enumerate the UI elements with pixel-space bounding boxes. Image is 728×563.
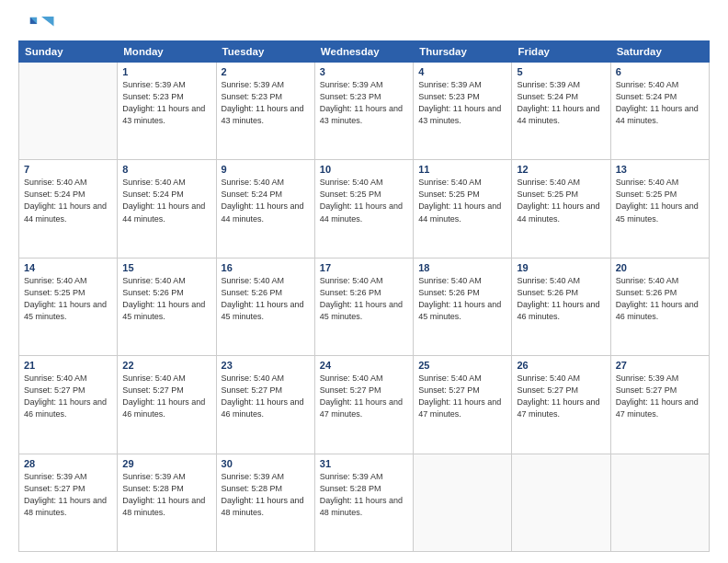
- day-info: Sunrise: 5:40 AM Sunset: 5:27 PM Dayligh…: [24, 373, 112, 420]
- calendar-cell: 13Sunrise: 5:40 AM Sunset: 5:25 PM Dayli…: [610, 160, 709, 258]
- day-number: 6: [616, 66, 704, 77]
- day-number: 23: [222, 360, 310, 371]
- day-number: 12: [517, 164, 605, 175]
- day-info: Sunrise: 5:40 AM Sunset: 5:26 PM Dayligh…: [222, 275, 310, 323]
- calendar-week-2: 7Sunrise: 5:40 AM Sunset: 5:24 PM Daylig…: [19, 160, 710, 258]
- col-header-saturday: Saturday: [610, 41, 709, 63]
- day-info: Sunrise: 5:40 AM Sunset: 5:25 PM Dayligh…: [616, 177, 704, 224]
- day-info: Sunrise: 5:40 AM Sunset: 5:26 PM Dayligh…: [517, 275, 605, 323]
- day-info: Sunrise: 5:39 AM Sunset: 5:28 PM Dayligh…: [222, 471, 310, 519]
- col-header-thursday: Thursday: [414, 41, 512, 63]
- day-info: Sunrise: 5:40 AM Sunset: 5:25 PM Dayligh…: [320, 177, 408, 224]
- day-number: 16: [222, 262, 310, 273]
- day-number: 18: [418, 262, 506, 273]
- page: SundayMondayTuesdayWednesdayThursdayFrid…: [0, 0, 728, 563]
- day-number: 24: [320, 360, 408, 371]
- day-number: 19: [517, 262, 605, 273]
- day-number: 20: [616, 262, 704, 273]
- day-info: Sunrise: 5:40 AM Sunset: 5:24 PM Dayligh…: [222, 177, 310, 224]
- calendar-cell: 27Sunrise: 5:39 AM Sunset: 5:27 PM Dayli…: [610, 356, 709, 454]
- calendar-cell: 6Sunrise: 5:40 AM Sunset: 5:24 PM Daylig…: [610, 63, 709, 160]
- calendar-cell: 26Sunrise: 5:40 AM Sunset: 5:27 PM Dayli…: [512, 356, 610, 454]
- calendar-cell: 12Sunrise: 5:40 AM Sunset: 5:25 PM Dayli…: [512, 160, 610, 258]
- calendar-cell: 21Sunrise: 5:40 AM Sunset: 5:27 PM Dayli…: [19, 356, 118, 454]
- day-number: 21: [24, 360, 112, 371]
- calendar-header-row: SundayMondayTuesdayWednesdayThursdayFrid…: [19, 41, 710, 63]
- day-number: 13: [616, 164, 704, 175]
- calendar-week-4: 21Sunrise: 5:40 AM Sunset: 5:27 PM Dayli…: [19, 356, 710, 454]
- calendar-cell: 8Sunrise: 5:40 AM Sunset: 5:24 PM Daylig…: [118, 160, 216, 258]
- calendar-cell: [512, 454, 610, 551]
- day-info: Sunrise: 5:39 AM Sunset: 5:28 PM Dayligh…: [320, 471, 408, 519]
- calendar-cell: 17Sunrise: 5:40 AM Sunset: 5:26 PM Dayli…: [314, 258, 413, 355]
- calendar-cell: 23Sunrise: 5:40 AM Sunset: 5:27 PM Dayli…: [216, 356, 314, 454]
- day-info: Sunrise: 5:39 AM Sunset: 5:23 PM Dayligh…: [418, 79, 506, 127]
- calendar-cell: 11Sunrise: 5:40 AM Sunset: 5:25 PM Dayli…: [414, 160, 512, 258]
- day-number: 7: [24, 164, 112, 175]
- calendar-cell: 1Sunrise: 5:39 AM Sunset: 5:23 PM Daylig…: [118, 63, 216, 160]
- day-info: Sunrise: 5:39 AM Sunset: 5:23 PM Dayligh…: [122, 79, 210, 127]
- day-number: 1: [122, 66, 210, 77]
- day-info: Sunrise: 5:40 AM Sunset: 5:26 PM Dayligh…: [418, 275, 506, 323]
- day-info: Sunrise: 5:39 AM Sunset: 5:27 PM Dayligh…: [616, 373, 704, 420]
- day-info: Sunrise: 5:40 AM Sunset: 5:26 PM Dayligh…: [616, 275, 704, 323]
- calendar-cell: 28Sunrise: 5:39 AM Sunset: 5:27 PM Dayli…: [19, 454, 118, 551]
- calendar-cell: 19Sunrise: 5:40 AM Sunset: 5:26 PM Dayli…: [512, 258, 610, 355]
- day-info: Sunrise: 5:39 AM Sunset: 5:23 PM Dayligh…: [222, 79, 310, 127]
- day-number: 31: [320, 458, 408, 469]
- day-info: Sunrise: 5:40 AM Sunset: 5:25 PM Dayligh…: [517, 177, 605, 224]
- calendar-cell: 9Sunrise: 5:40 AM Sunset: 5:24 PM Daylig…: [216, 160, 314, 258]
- calendar-cell: 5Sunrise: 5:39 AM Sunset: 5:24 PM Daylig…: [512, 63, 610, 160]
- logo-triangle-icon: [41, 17, 58, 33]
- calendar-cell: 20Sunrise: 5:40 AM Sunset: 5:26 PM Dayli…: [610, 258, 709, 355]
- calendar-cell: [414, 454, 512, 551]
- calendar-cell: 22Sunrise: 5:40 AM Sunset: 5:27 PM Dayli…: [118, 356, 216, 454]
- day-info: Sunrise: 5:40 AM Sunset: 5:27 PM Dayligh…: [320, 373, 408, 420]
- calendar-cell: 4Sunrise: 5:39 AM Sunset: 5:23 PM Daylig…: [414, 63, 512, 160]
- header: [18, 17, 710, 31]
- day-number: 27: [616, 360, 704, 371]
- day-number: 30: [222, 458, 310, 469]
- day-number: 28: [24, 458, 112, 469]
- day-info: Sunrise: 5:40 AM Sunset: 5:25 PM Dayligh…: [418, 177, 506, 224]
- col-header-friday: Friday: [512, 41, 610, 63]
- day-info: Sunrise: 5:39 AM Sunset: 5:24 PM Dayligh…: [517, 79, 605, 127]
- day-info: Sunrise: 5:39 AM Sunset: 5:23 PM Dayligh…: [320, 79, 408, 127]
- day-number: 4: [418, 66, 506, 77]
- day-info: Sunrise: 5:40 AM Sunset: 5:27 PM Dayligh…: [122, 373, 210, 420]
- calendar-cell: [610, 454, 709, 551]
- calendar-cell: 14Sunrise: 5:40 AM Sunset: 5:25 PM Dayli…: [19, 258, 118, 355]
- day-info: Sunrise: 5:39 AM Sunset: 5:27 PM Dayligh…: [24, 471, 112, 519]
- day-info: Sunrise: 5:40 AM Sunset: 5:26 PM Dayligh…: [320, 275, 408, 323]
- day-info: Sunrise: 5:40 AM Sunset: 5:27 PM Dayligh…: [222, 373, 310, 420]
- col-header-monday: Monday: [118, 41, 216, 63]
- calendar-cell: 2Sunrise: 5:39 AM Sunset: 5:23 PM Daylig…: [216, 63, 314, 160]
- calendar-week-5: 28Sunrise: 5:39 AM Sunset: 5:27 PM Dayli…: [19, 454, 710, 551]
- day-info: Sunrise: 5:40 AM Sunset: 5:27 PM Dayligh…: [418, 373, 506, 420]
- day-number: 15: [122, 262, 210, 273]
- day-number: 10: [320, 164, 408, 175]
- calendar-week-1: 1Sunrise: 5:39 AM Sunset: 5:23 PM Daylig…: [19, 63, 710, 160]
- day-info: Sunrise: 5:40 AM Sunset: 5:24 PM Dayligh…: [122, 177, 210, 224]
- logo: [18, 17, 58, 31]
- calendar-cell: 31Sunrise: 5:39 AM Sunset: 5:28 PM Dayli…: [314, 454, 413, 551]
- col-header-wednesday: Wednesday: [314, 41, 413, 63]
- day-info: Sunrise: 5:40 AM Sunset: 5:27 PM Dayligh…: [517, 373, 605, 420]
- calendar-cell: 18Sunrise: 5:40 AM Sunset: 5:26 PM Dayli…: [414, 258, 512, 355]
- col-header-sunday: Sunday: [19, 41, 118, 63]
- calendar-cell: 10Sunrise: 5:40 AM Sunset: 5:25 PM Dayli…: [314, 160, 413, 258]
- calendar-body: 1Sunrise: 5:39 AM Sunset: 5:23 PM Daylig…: [19, 63, 710, 552]
- calendar-week-3: 14Sunrise: 5:40 AM Sunset: 5:25 PM Dayli…: [19, 258, 710, 355]
- calendar-cell: [19, 63, 118, 160]
- day-number: 17: [320, 262, 408, 273]
- calendar-cell: 16Sunrise: 5:40 AM Sunset: 5:26 PM Dayli…: [216, 258, 314, 355]
- day-info: Sunrise: 5:40 AM Sunset: 5:24 PM Dayligh…: [24, 177, 112, 224]
- day-number: 5: [517, 66, 605, 77]
- calendar-cell: 25Sunrise: 5:40 AM Sunset: 5:27 PM Dayli…: [414, 356, 512, 454]
- day-number: 2: [222, 66, 310, 77]
- day-number: 14: [24, 262, 112, 273]
- day-number: 22: [122, 360, 210, 371]
- day-info: Sunrise: 5:40 AM Sunset: 5:26 PM Dayligh…: [122, 275, 210, 323]
- calendar-cell: 24Sunrise: 5:40 AM Sunset: 5:27 PM Dayli…: [314, 356, 413, 454]
- calendar-cell: 29Sunrise: 5:39 AM Sunset: 5:28 PM Dayli…: [118, 454, 216, 551]
